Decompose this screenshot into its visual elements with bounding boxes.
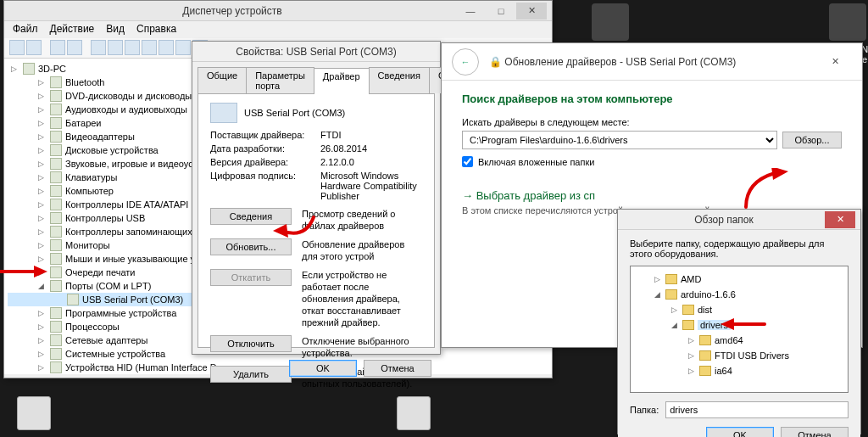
pick-from-list-link[interactable]: → Выбрать драйвер из сп xyxy=(462,189,842,202)
device-icon xyxy=(50,158,62,170)
path-label: Искать драйверы в следующем месте: xyxy=(462,117,842,127)
taskbar-icon[interactable] xyxy=(397,396,431,430)
device-icon xyxy=(50,266,62,278)
signature-value: Microsoft Windows Hardware Compatibility… xyxy=(320,171,422,201)
include-subfolders-label: Включая вложенные папки xyxy=(478,157,594,167)
path-select[interactable]: C:\Program Files\arduino-1.6.6\drivers xyxy=(462,131,777,149)
toolbar-icon[interactable] xyxy=(9,40,25,55)
toggle-icon: ▷ xyxy=(38,132,47,141)
device-icon xyxy=(50,321,62,333)
minimize-button[interactable]: — xyxy=(455,3,486,20)
taskbar-icon[interactable] xyxy=(17,396,51,430)
toolbar-icon[interactable] xyxy=(125,40,140,55)
menu-view[interactable]: Вид xyxy=(106,23,125,36)
toolbar-icon[interactable] xyxy=(91,40,106,55)
tree-item-label: Системные устройства xyxy=(65,349,165,359)
toggle-icon: ▷ xyxy=(38,105,47,114)
toolbar-icon[interactable] xyxy=(67,40,82,55)
close-button[interactable]: ✕ xyxy=(818,53,852,70)
toolbar-icon[interactable] xyxy=(142,40,157,55)
folder-field-input[interactable] xyxy=(665,401,849,418)
menu-file[interactable]: Файл xyxy=(13,23,38,36)
folder-icon xyxy=(682,305,694,315)
maximize-button[interactable]: □ xyxy=(486,3,516,20)
tree-item-label: USB Serial Port (COM3) xyxy=(82,294,183,305)
folder-item[interactable]: ▷dist xyxy=(634,302,844,317)
toggle-icon: ▷ xyxy=(38,255,47,263)
tab[interactable]: Драйвер xyxy=(314,68,370,94)
toggle-icon: ◢ xyxy=(654,290,662,299)
toggle-icon: ▷ xyxy=(38,78,47,87)
disable-button[interactable]: Отключить xyxy=(210,335,292,352)
menubar: Файл Действие Вид Справка xyxy=(4,21,552,38)
folder-tree[interactable]: ▷AMD◢arduino-1.6.6▷dist◢drivers▷amd64▷FT… xyxy=(630,266,849,393)
folder-icon xyxy=(699,350,711,361)
tab[interactable]: Параметры порта xyxy=(246,67,314,93)
device-icon xyxy=(50,334,62,346)
back-button[interactable]: ← xyxy=(452,48,479,76)
toggle-icon: ▷ xyxy=(671,305,679,314)
toggle-icon: ▷ xyxy=(38,92,47,100)
folder-item[interactable]: ◢drivers xyxy=(634,317,844,333)
device-icon xyxy=(50,361,62,373)
tree-item-label: Клавиатуры xyxy=(65,172,117,182)
version-label: Версия драйвера: xyxy=(210,157,320,167)
tab[interactable]: Сведения xyxy=(369,67,430,93)
close-button[interactable]: ✕ xyxy=(516,3,547,20)
cancel-button[interactable]: Отмена xyxy=(781,427,849,437)
toggle-icon: ▷ xyxy=(688,336,696,345)
menu-action[interactable]: Действие xyxy=(50,23,95,36)
folder-item[interactable]: ◢arduino-1.6.6 xyxy=(634,287,844,302)
folder-item[interactable]: ▷ia64 xyxy=(634,363,844,378)
folder-icon xyxy=(665,289,677,300)
folder-icon xyxy=(682,320,694,330)
toolbar-icon[interactable] xyxy=(26,40,42,55)
folder-name: ia64 xyxy=(715,366,732,376)
ok-button[interactable]: OK xyxy=(289,360,357,377)
device-icon xyxy=(50,76,62,88)
toggle-icon: ▷ xyxy=(654,275,662,283)
device-icon xyxy=(50,280,62,292)
toggle-icon: ▷ xyxy=(38,227,47,236)
ok-button[interactable]: OK xyxy=(706,427,774,437)
app-icon xyxy=(829,3,866,41)
toolbar-icon[interactable] xyxy=(175,40,191,55)
folder-item[interactable]: ▷amd64 xyxy=(634,333,844,348)
uninstall-button[interactable]: Удалить xyxy=(210,366,292,383)
toggle-icon: ▷ xyxy=(38,160,47,168)
folder-icon xyxy=(699,366,711,376)
toggle-icon: ◢ xyxy=(38,282,47,290)
cancel-button[interactable]: Отмена xyxy=(364,360,431,377)
update-button[interactable]: Обновить... xyxy=(210,238,292,255)
wizard-title: Обновление драйверов - USB Serial Port (… xyxy=(504,56,736,68)
provider-label: Поставщик драйвера: xyxy=(210,130,320,140)
tree-item-label: Мониторы xyxy=(65,240,110,250)
folder-item[interactable]: ▷FTDI USB Drivers xyxy=(634,348,844,363)
tree-item-label: 3D-PC xyxy=(38,64,66,74)
browse-button[interactable]: Обзор... xyxy=(782,132,842,148)
toggle-icon: ▷ xyxy=(38,309,47,317)
folder-name: FTDI USB Drivers xyxy=(715,350,789,361)
toolbar-icon[interactable] xyxy=(50,40,65,55)
device-icon xyxy=(50,171,62,183)
folder-name: amd64 xyxy=(715,335,743,345)
window-title: Свойства: USB Serial Port (COM3) xyxy=(198,46,435,58)
device-icon xyxy=(50,253,62,265)
toolbar-icon[interactable] xyxy=(159,40,174,55)
folder-item[interactable]: ▷AMD xyxy=(634,272,844,287)
toggle-icon: ▷ xyxy=(38,350,47,358)
close-button[interactable]: ✕ xyxy=(825,211,855,228)
toolbar-icon[interactable] xyxy=(108,40,123,55)
tab[interactable]: Общие xyxy=(198,67,247,93)
menu-help[interactable]: Справка xyxy=(136,23,176,36)
device-icon xyxy=(50,185,62,197)
device-icon xyxy=(50,117,62,129)
include-subfolders-input[interactable] xyxy=(462,156,473,167)
rollback-button[interactable]: Откатить xyxy=(210,269,292,286)
toggle-icon: ▷ xyxy=(38,214,47,222)
device-icon xyxy=(50,131,62,143)
details-button[interactable]: Сведения xyxy=(210,208,292,225)
tree-item-label: Контроллеры USB xyxy=(65,213,145,223)
tree-item-label: Очереди печати xyxy=(65,267,136,277)
include-subfolders-checkbox[interactable]: Включая вложенные папки xyxy=(462,156,842,167)
